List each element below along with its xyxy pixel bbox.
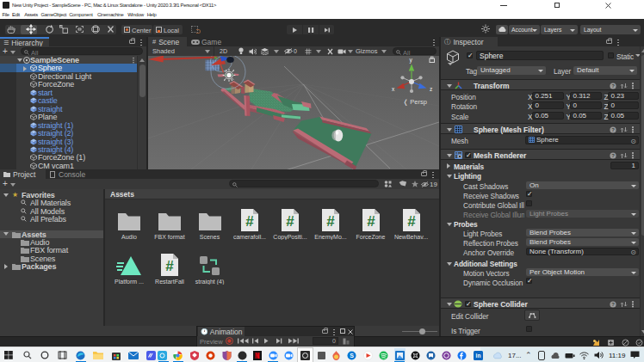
svg-text:?: ? — [611, 302, 615, 307]
svg-text:#: # — [245, 213, 254, 230]
svg-text:#: # — [286, 213, 294, 230]
svg-text:z: z — [430, 86, 432, 92]
svg-text:?: ? — [611, 127, 615, 132]
svg-text:?: ? — [611, 83, 615, 89]
svg-text:❬ Persp: ❬ Persp — [403, 98, 427, 106]
svg-text:?: ? — [611, 153, 615, 158]
svg-text:S: S — [350, 353, 354, 359]
svg-text:#: # — [407, 213, 416, 230]
svg-text:in: in — [476, 353, 481, 359]
svg-text:#: # — [367, 213, 375, 230]
svg-text:#: # — [165, 258, 174, 274]
svg-text:#: # — [326, 213, 335, 230]
